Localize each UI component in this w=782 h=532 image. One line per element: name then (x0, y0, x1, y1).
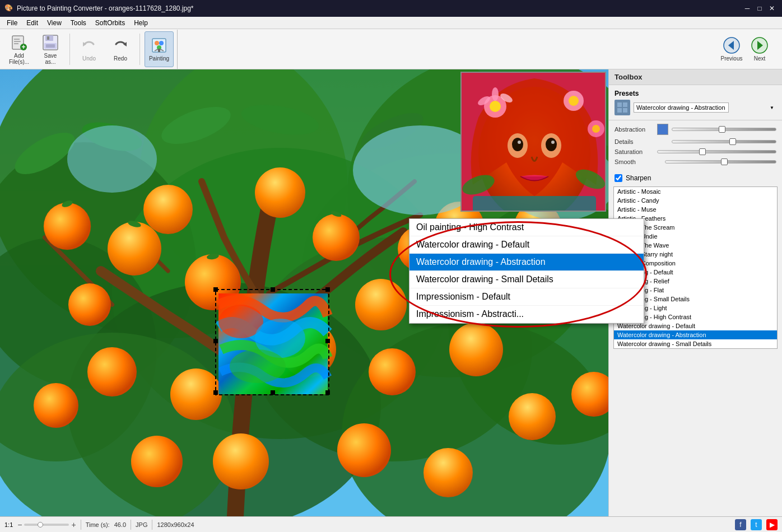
big-dropdown-wc-abstraction[interactable]: Watercolor drawing - Abstraction (409, 254, 644, 271)
menu-view[interactable]: View (43, 18, 66, 28)
presets-icon (615, 100, 630, 115)
svg-point-69 (509, 393, 556, 440)
abstraction-slider[interactable] (672, 128, 776, 131)
svg-rect-115 (617, 108, 622, 113)
dropdown-artistic-candy[interactable]: Artistic - Candy (614, 196, 777, 205)
zoom-control: 1:1 − + (4, 520, 76, 529)
menu-file[interactable]: File (2, 18, 22, 28)
redo-button[interactable]: Redo (106, 31, 135, 67)
svg-rect-114 (623, 102, 627, 107)
svg-rect-92 (325, 390, 330, 395)
svg-point-49 (143, 185, 193, 234)
toolbar: + Add File(s)... Save as... Undo (0, 29, 782, 69)
dropdown-wc-small[interactable]: Watercolor drawing - Small Details (614, 339, 777, 348)
next-arrow-icon (751, 36, 769, 54)
painting-label: Painting (149, 55, 169, 62)
svg-point-77 (67, 125, 157, 193)
dropdown-wc-abstraction[interactable]: Watercolor drawing - Abstraction (614, 330, 777, 339)
presets-row: Watercolor drawing - Abstraction (615, 100, 776, 115)
svg-point-62 (369, 348, 416, 395)
menu-tools[interactable]: Tools (66, 18, 91, 28)
details-row: Details (615, 138, 776, 145)
presets-section: Presets Watercolor drawing - Abstraction (609, 85, 782, 120)
menu-help[interactable]: Help (129, 18, 152, 28)
save-icon (41, 34, 59, 52)
svg-point-98 (546, 138, 557, 151)
preview-thumbnail (460, 72, 606, 212)
redo-label: Redo (114, 55, 127, 62)
previous-button[interactable]: Previous (718, 31, 745, 67)
svg-point-64 (34, 383, 78, 428)
toolbox-title: Toolbox (609, 69, 782, 85)
svg-rect-90 (213, 390, 218, 395)
svg-point-102 (490, 101, 501, 112)
big-dropdown-imp-abstract[interactable]: Impressionism - Abstracti... (409, 306, 644, 323)
svg-point-83 (230, 349, 286, 383)
svg-point-99 (518, 141, 521, 144)
maximize-button[interactable]: □ (754, 3, 765, 14)
svg-point-60 (87, 347, 137, 396)
status-bar: 1:1 − + Time (s): 46.0 JPG 1280x960x24 f… (0, 516, 782, 532)
previous-arrow-icon (723, 36, 741, 54)
svg-point-68 (131, 436, 183, 487)
saturation-slider[interactable] (657, 150, 776, 153)
nav-section: Previous Next (718, 31, 778, 67)
big-dropdown-wc-default[interactable]: Watercolor drawing - Default (409, 236, 644, 254)
svg-rect-116 (623, 108, 627, 113)
save-as-button[interactable]: Save as... (36, 31, 65, 67)
status-sep-3 (152, 520, 152, 530)
svg-point-66 (337, 423, 391, 477)
sharpen-checkbox[interactable] (615, 174, 622, 182)
svg-point-65 (213, 433, 269, 489)
svg-point-51 (255, 167, 305, 218)
close-button[interactable]: ✕ (766, 3, 778, 14)
smooth-slider[interactable] (665, 160, 776, 164)
painting-button[interactable]: Painting (145, 31, 174, 67)
nav-separator (177, 30, 178, 69)
dropdown-artistic-mosaic[interactable]: Artistic - Mosaic (614, 187, 777, 196)
big-dropdown-oil-highcontrast[interactable]: Oil painting - High Contrast (409, 219, 644, 236)
app-icon: 🎨 (4, 4, 13, 13)
undo-icon (80, 36, 98, 54)
dropdown-artistic-muse[interactable]: Artistic - Muse (614, 205, 777, 214)
twitter-icon[interactable]: t (751, 519, 762, 530)
sliders-section: Abstraction Details Saturation (609, 120, 782, 172)
svg-rect-3 (14, 43, 18, 44)
undo-button[interactable]: Undo (75, 31, 104, 67)
youtube-icon[interactable]: ▶ (766, 519, 778, 530)
menu-edit[interactable]: Edit (22, 18, 43, 28)
window-controls: ─ □ ✕ (742, 3, 778, 14)
details-slider[interactable] (672, 140, 776, 143)
zoom-in-button[interactable]: + (71, 520, 76, 529)
svg-rect-17 (158, 49, 160, 52)
big-dropdown-imp-default[interactable]: Impressionism - Default (409, 288, 644, 306)
svg-point-52 (313, 214, 360, 261)
zoom-slider[interactable] (24, 524, 69, 526)
add-file-button[interactable]: + Add File(s)... (4, 31, 34, 67)
add-file-label: Add File(s)... (9, 53, 29, 65)
next-label: Next (754, 55, 766, 62)
main-area: Toolbox Presets Watercolor drawing - Abs… (0, 69, 782, 516)
svg-point-47 (108, 222, 161, 276)
next-button[interactable]: Next (746, 31, 773, 67)
painting-icon (150, 36, 168, 54)
presets-select[interactable]: Watercolor drawing - Abstraction (634, 102, 729, 113)
svg-rect-113 (617, 102, 622, 107)
svg-point-53 (355, 279, 407, 330)
svg-rect-91 (271, 390, 275, 395)
abstraction-row: Abstraction (615, 124, 776, 135)
big-dropdown-popup: Oil painting - High Contrast Watercolor … (409, 218, 644, 324)
svg-point-48 (68, 283, 111, 326)
abstraction-swatch (657, 124, 668, 135)
svg-rect-112 (473, 196, 596, 212)
big-dropdown-wc-small[interactable]: Watercolor drawing - Small Details (409, 271, 644, 288)
facebook-icon[interactable]: f (735, 519, 746, 530)
menu-softorbits[interactable]: SoftOrbits (91, 18, 129, 28)
add-file-icon: + (10, 34, 28, 52)
toolbar-sep-2 (139, 34, 140, 65)
preview-image (462, 73, 606, 212)
svg-rect-88 (213, 339, 218, 343)
minimize-button[interactable]: ─ (742, 3, 753, 14)
saturation-row: Saturation (615, 148, 776, 155)
zoom-out-button[interactable]: − (17, 520, 22, 529)
